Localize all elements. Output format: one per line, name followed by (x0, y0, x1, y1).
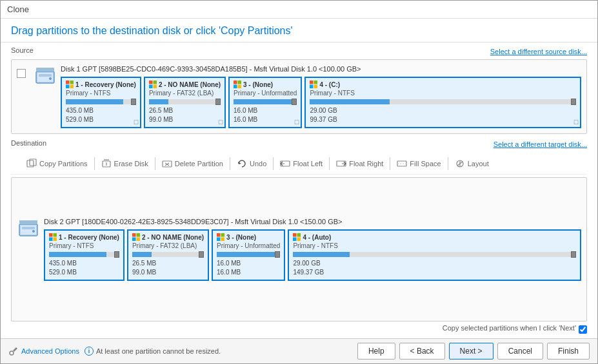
src-p1-sizes: 435.0 MB529.0 MB (66, 106, 136, 124)
next-btn[interactable]: Next > (449, 343, 493, 359)
main-content: Source Select a different source disk... (1, 43, 597, 338)
dest-disk-icon (17, 218, 40, 241)
dst-p1-type: Primary - NTFS (49, 242, 119, 249)
dest-toolbar: Copy Partitions Erase Disk Delete Partit… (11, 152, 587, 175)
svg-rect-18 (314, 81, 318, 84)
svg-rect-19 (310, 85, 314, 89)
dst-p3-name: 3 - (None) (226, 234, 256, 241)
dest-disk-content: Disk 2 GPT [180DE400-0262-42E3-8925-5348… (44, 218, 581, 281)
svg-point-3 (49, 77, 52, 80)
fill-space-label: Fill Space (410, 160, 441, 168)
heading-area: Drag partitions to the destination disk … (1, 19, 597, 43)
svg-rect-51 (217, 233, 221, 237)
erase-disk-icon (101, 158, 112, 169)
svg-rect-15 (234, 85, 237, 89)
toolbar-sep-5 (329, 157, 330, 170)
svg-rect-53 (217, 238, 221, 242)
dst-p2-sizes: 26.5 MB99.0 MB (132, 259, 204, 277)
svg-point-41 (32, 230, 35, 233)
cancel-btn[interactable]: Cancel (497, 343, 543, 359)
svg-rect-13 (234, 81, 237, 84)
delete-partition-label: Delete Partition (175, 160, 223, 168)
select-source-link[interactable]: Select a different source disk... (490, 48, 587, 55)
hdd-icon (35, 66, 55, 87)
dst-p2-type: Primary - FAT32 (LBA) (132, 242, 204, 249)
dest-partitions-row: 1 - Recovery (None) Primary - NTFS 435.0… (44, 229, 581, 281)
source-section: Source Select a different source disk... (1, 43, 597, 137)
svg-rect-43 (49, 233, 53, 237)
svg-rect-40 (22, 227, 35, 229)
copy-partitions-btn[interactable]: Copy Partitions (21, 156, 93, 171)
svg-rect-47 (132, 233, 136, 237)
source-label: Source (11, 46, 34, 54)
source-partition-4[interactable]: 4 - (C:) Primary - NTFS 29.00 GB99.37 GB… (304, 77, 581, 128)
dest-partition-3[interactable]: 3 - (None) Primary - Unformatted 16.0 MB… (212, 229, 285, 281)
title-bar: Clone (1, 1, 597, 19)
copy-partitions-label: Copy Partitions (39, 160, 88, 168)
source-checkbox[interactable] (17, 69, 26, 78)
undo-btn[interactable]: Undo (232, 156, 272, 171)
finish-btn[interactable]: Finish (547, 343, 590, 359)
svg-rect-12 (153, 85, 157, 89)
src-p4-type: Primary - NTFS (310, 90, 576, 97)
erase-disk-label: Erase Disk (114, 160, 148, 168)
copy-check-checkbox[interactable] (579, 325, 587, 334)
advanced-options-label: Advanced Options (21, 347, 79, 355)
dest-disk-area: Disk 2 GPT [180DE400-0262-42E3-8925-5348… (11, 177, 587, 321)
svg-rect-46 (54, 238, 57, 242)
layout-btn[interactable]: Layout (450, 156, 494, 171)
svg-point-59 (10, 351, 14, 355)
copy-check-row: Copy selected partitions when I click 'N… (11, 321, 587, 336)
delete-partition-btn[interactable]: Delete Partition (157, 156, 228, 171)
dest-partition-1[interactable]: 1 - Recovery (None) Primary - NTFS 435.0… (44, 229, 125, 281)
erase-disk-btn[interactable]: Erase Disk (96, 156, 154, 171)
svg-rect-8 (70, 85, 74, 89)
svg-rect-58 (297, 238, 301, 242)
copy-partitions-icon (26, 158, 37, 169)
undo-icon (237, 158, 247, 169)
toolbar-sep-7 (448, 157, 448, 170)
svg-rect-56 (297, 233, 301, 237)
toolbar-sep-2 (155, 157, 155, 170)
dst-p4-sizes: 29.00 GB149.37 GB (293, 259, 576, 277)
layout-label: Layout (468, 160, 489, 168)
svg-rect-7 (66, 85, 70, 89)
fill-space-btn[interactable]: Fill Space (392, 156, 446, 171)
destination-section: Destination Select a different target di… (1, 137, 597, 338)
toolbar-sep-6 (390, 157, 390, 170)
dst-p4-type: Primary - NTFS (293, 242, 576, 249)
float-left-btn[interactable]: Float Left (275, 156, 328, 171)
copy-check-label: Copy selected partitions when I click 'N… (443, 324, 576, 332)
dest-partition-4[interactable]: 4 - (Auto) Primary - NTFS 29.00 GB149.37… (288, 229, 581, 281)
dest-partition-2[interactable]: 2 - NO NAME (None) Primary - FAT32 (LBA)… (127, 229, 209, 281)
toolbar-sep-3 (230, 157, 230, 170)
bottom-right: Help < Back Next > Cancel Finish (357, 343, 590, 359)
dst-p4-name: 4 - (Auto) (303, 234, 331, 241)
svg-rect-54 (221, 238, 225, 242)
back-btn[interactable]: < Back (399, 343, 445, 359)
svg-rect-10 (153, 81, 157, 84)
src-p1-type: Primary - NTFS (66, 90, 136, 97)
warning-row: i At least one partition cannot be resiz… (85, 347, 221, 356)
svg-rect-57 (293, 238, 297, 242)
src-p4-name: 4 - (C:) (319, 81, 340, 88)
source-partition-3[interactable]: 3 - (None) Primary - Unformatted 16.0 MB… (228, 77, 302, 128)
svg-rect-14 (238, 81, 242, 84)
source-partition-1[interactable]: 1 - Recovery (None) Primary - NTFS 435.0… (61, 77, 141, 128)
source-partitions-row: 1 - Recovery (None) Primary - NTFS 435.0… (61, 77, 581, 128)
svg-rect-44 (54, 233, 57, 237)
float-right-btn[interactable]: Float Right (331, 156, 388, 171)
advanced-options-link[interactable]: Advanced Options (8, 346, 79, 356)
svg-rect-49 (132, 238, 136, 242)
source-partition-2[interactable]: 2 - NO NAME (None) Primary - FAT32 (LBA)… (144, 77, 226, 128)
help-btn[interactable]: Help (357, 343, 395, 359)
svg-rect-55 (293, 233, 297, 237)
svg-rect-20 (314, 85, 318, 89)
svg-rect-17 (310, 81, 314, 84)
src-p3-sizes: 16.0 MB16.0 MB (234, 106, 297, 124)
svg-rect-2 (39, 74, 52, 77)
src-p1-name: 1 - Recovery (None) (75, 81, 136, 88)
select-dest-link[interactable]: Select a different target disk... (493, 140, 587, 148)
hdd-dest-icon (18, 219, 39, 240)
src-p3-name: 3 - (None) (243, 81, 273, 88)
